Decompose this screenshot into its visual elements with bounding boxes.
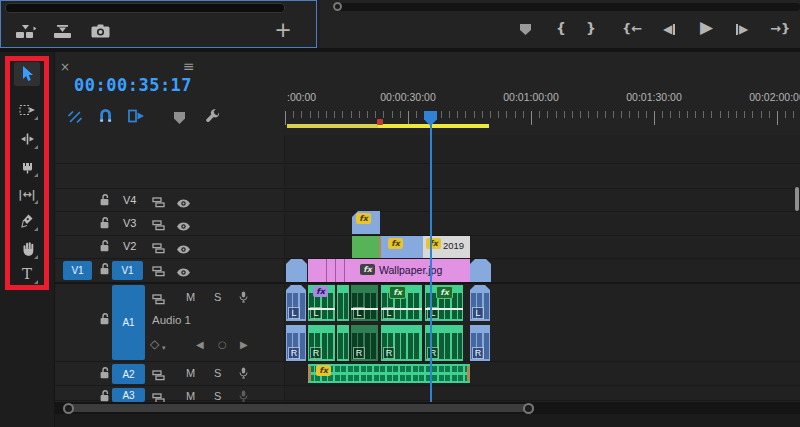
solo-button[interactable]: S: [214, 367, 221, 379]
sync-lock-icon[interactable]: [152, 217, 165, 235]
clip-a1-selected[interactable]: L R: [351, 285, 378, 361]
type-tool-button[interactable]: T: [14, 262, 40, 286]
nested-sequence-icon[interactable]: [128, 109, 145, 127]
track-target-a1[interactable]: A1: [112, 285, 145, 360]
panel-menu-icon[interactable]: ≡: [183, 58, 195, 74]
fx-badge[interactable]: fx: [360, 264, 375, 275]
overwrite-icon[interactable]: [53, 24, 73, 43]
keyframe-diamond-icon[interactable]: ◇: [150, 337, 159, 351]
play-icon[interactable]: ▶: [700, 17, 713, 37]
solo-button[interactable]: S: [214, 390, 221, 402]
clip-a1-blue-left[interactable]: L R: [286, 285, 306, 361]
clip-end-handle[interactable]: [308, 366, 311, 381]
mute-button[interactable]: M: [186, 390, 195, 402]
track-output-eye-icon[interactable]: [176, 240, 191, 258]
mark-out-icon[interactable]: }: [586, 20, 596, 36]
prev-keyframe-icon[interactable]: ◀: [196, 339, 204, 350]
timeline-horizontal-scrollbar[interactable]: [55, 402, 800, 414]
fx-badge[interactable]: fx: [316, 365, 331, 376]
step-forward-icon[interactable]: ▶: [736, 22, 748, 36]
linked-selection-icon[interactable]: [68, 110, 82, 128]
insert-icon[interactable]: [15, 24, 37, 43]
scrollbar-thumb[interactable]: [64, 404, 534, 412]
zoom-handle-right[interactable]: [523, 403, 534, 414]
playhead-line[interactable]: [430, 111, 432, 402]
gain-line[interactable]: [308, 308, 335, 310]
mute-button[interactable]: M: [186, 291, 195, 303]
clip-a1-green-2[interactable]: [337, 285, 349, 361]
fx-badge[interactable]: fx: [356, 213, 371, 224]
sync-lock-icon[interactable]: [152, 263, 165, 281]
clip-a2-music[interactable]: [308, 364, 470, 383]
fx-badge[interactable]: fx: [313, 286, 328, 297]
audio-track-name[interactable]: Audio 1: [152, 314, 191, 326]
voiceover-mic-icon[interactable]: [239, 289, 248, 307]
timeline-vertical-scrollbar[interactable]: [795, 187, 799, 211]
slip-tool-button[interactable]: |↔|: [14, 182, 40, 206]
track-output-eye-icon[interactable]: [176, 194, 191, 212]
work-area-bar[interactable]: [287, 124, 378, 128]
export-frame-icon[interactable]: [91, 24, 110, 42]
voiceover-mic-icon[interactable]: [239, 365, 248, 383]
gain-line[interactable]: [381, 308, 422, 310]
zoom-handle-left[interactable]: [63, 403, 74, 414]
horizontal-scrollbar[interactable]: [333, 3, 800, 11]
snap-magnet-icon[interactable]: [99, 109, 112, 127]
button-editor-plus-button[interactable]: +: [269, 17, 297, 43]
red-marker[interactable]: [377, 119, 383, 125]
track-label-v2[interactable]: V2: [123, 240, 136, 252]
track-output-eye-icon[interactable]: [176, 263, 191, 281]
track-target-a2[interactable]: A2: [112, 364, 145, 384]
playhead-timecode[interactable]: 00:00:35:17: [74, 75, 192, 95]
go-to-in-icon[interactable]: {←: [622, 21, 642, 36]
gain-line[interactable]: [351, 308, 378, 310]
clip-v1-wallpaper[interactable]: Wallpaper.jpg: [308, 259, 470, 282]
work-area-bar[interactable]: [378, 124, 489, 128]
horizontal-scrollbar[interactable]: [5, 3, 285, 13]
timeline-settings-wrench-icon[interactable]: [206, 109, 220, 127]
add-marker-icon[interactable]: [520, 24, 531, 35]
add-marker-icon[interactable]: [174, 112, 185, 124]
mute-button[interactable]: M: [186, 367, 195, 379]
sync-lock-icon[interactable]: [152, 291, 165, 309]
track-lock-icon[interactable]: [99, 216, 110, 234]
track-output-eye-icon[interactable]: [176, 217, 191, 235]
track-select-forward-tool-button[interactable]: [14, 98, 40, 122]
track-target-v1[interactable]: V1: [112, 261, 143, 280]
fx-badge[interactable]: fx: [389, 286, 406, 299]
hand-tool-button[interactable]: [14, 237, 40, 261]
next-keyframe-icon[interactable]: ▶: [240, 339, 248, 350]
ripple-edit-tool-button[interactable]: [14, 127, 40, 151]
clip-v2-green[interactable]: [352, 236, 379, 258]
sync-lock-icon[interactable]: [152, 240, 165, 258]
track-lock-icon[interactable]: [99, 239, 110, 257]
clip-v1-blue-right[interactable]: [470, 259, 491, 282]
fx-badge[interactable]: fx: [436, 286, 453, 299]
pen-tool-button[interactable]: [14, 209, 40, 233]
track-lock-icon[interactable]: [99, 366, 110, 384]
razor-tool-button[interactable]: [14, 155, 40, 179]
clip-a1-blue-right[interactable]: L R: [470, 285, 490, 361]
source-patch-v1[interactable]: V1: [63, 261, 92, 280]
track-lock-icon[interactable]: [99, 312, 110, 330]
add-keyframe-icon[interactable]: ○: [218, 339, 227, 350]
track-target-a3[interactable]: A3: [112, 388, 145, 402]
clip-end-handle[interactable]: [467, 366, 470, 381]
keyframe-dropdown-icon[interactable]: ▾: [162, 344, 166, 352]
track-lock-icon[interactable]: [99, 262, 110, 280]
fx-badge[interactable]: fx: [388, 238, 403, 249]
clip-v1-blue-left[interactable]: [286, 259, 307, 282]
track-label-v3[interactable]: V3: [123, 217, 136, 229]
sync-lock-icon[interactable]: [152, 367, 165, 385]
solo-button[interactable]: S: [214, 291, 221, 303]
selection-tool-button[interactable]: [14, 62, 40, 86]
sync-lock-icon[interactable]: [152, 194, 165, 212]
step-back-icon[interactable]: ◀: [663, 22, 675, 36]
mark-in-icon[interactable]: {: [556, 20, 566, 36]
fx-badge[interactable]: fx: [426, 238, 441, 249]
track-lock-icon[interactable]: [99, 193, 110, 211]
close-icon[interactable]: ×: [60, 60, 70, 74]
scrollbar-handle[interactable]: [333, 2, 342, 11]
go-to-out-icon[interactable]: →}: [770, 21, 790, 36]
track-label-v4[interactable]: V4: [123, 194, 136, 206]
